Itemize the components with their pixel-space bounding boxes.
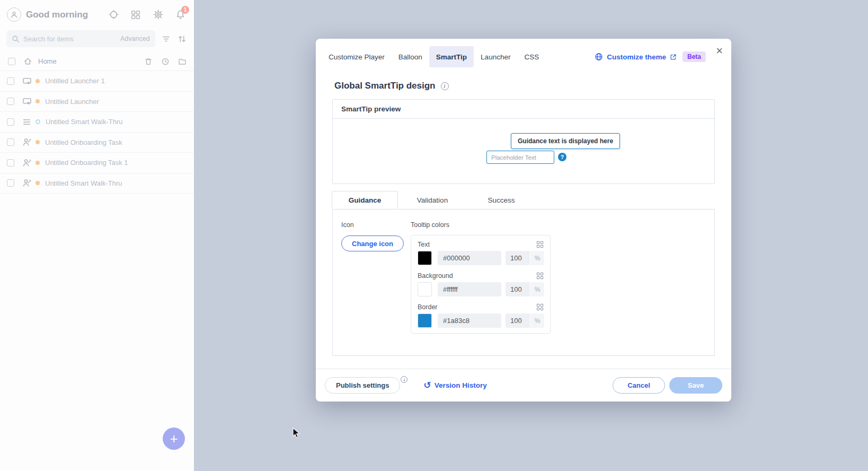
- search-icon: [12, 35, 20, 43]
- sort-icon[interactable]: [177, 33, 187, 44]
- status-dot: [36, 181, 40, 185]
- list-item[interactable]: Untitled Onboarding Task: [0, 133, 194, 153]
- walkthru-icon: [22, 178, 32, 188]
- color-row-background: %: [418, 282, 544, 296]
- tab-customize-player[interactable]: Customize Player: [322, 46, 392, 67]
- status-dot: [36, 119, 40, 124]
- publish-info-icon[interactable]: i: [401, 376, 408, 383]
- tab-smarttip[interactable]: SmartTip: [429, 46, 474, 67]
- list-item[interactable]: Untitled Onboarding Task 1: [0, 153, 194, 173]
- item-label: Untitled Smart Walk-Thru: [45, 179, 122, 187]
- page-title: Global SmartTip design: [334, 81, 436, 91]
- save-button[interactable]: Save: [669, 377, 722, 394]
- help-icon[interactable]: ?: [558, 153, 566, 161]
- hex-input[interactable]: [438, 251, 501, 265]
- folder-icon[interactable]: [178, 57, 187, 66]
- change-icon-button[interactable]: Change icon: [341, 235, 404, 251]
- greeting-text: Good morning: [26, 10, 88, 20]
- opacity-input[interactable]: [506, 251, 530, 265]
- color-row-text: %: [418, 251, 544, 265]
- item-checkbox[interactable]: [7, 138, 14, 146]
- color-swatch[interactable]: [418, 282, 432, 296]
- external-link-icon: [670, 54, 677, 60]
- dots-grid-icon[interactable]: [536, 241, 544, 248]
- info-icon[interactable]: i: [441, 82, 449, 90]
- filter-icon[interactable]: [162, 33, 171, 44]
- beta-badge: Beta: [683, 51, 706, 62]
- tab-success[interactable]: Success: [467, 191, 536, 209]
- list-item[interactable]: Untitled Smart Walk-Thru: [0, 173, 194, 194]
- dots-grid-icon[interactable]: [536, 272, 544, 280]
- bell-icon[interactable]: 1: [175, 10, 185, 20]
- opacity-input[interactable]: [506, 313, 530, 328]
- dots-grid-icon[interactable]: [536, 303, 544, 311]
- item-label: Untitled Launcher: [45, 98, 99, 106]
- close-icon[interactable]: ×: [716, 45, 723, 57]
- notification-badge: 1: [181, 6, 189, 14]
- home-checkbox[interactable]: [8, 58, 15, 65]
- onboarding-task-icon: [22, 137, 32, 147]
- list-item[interactable]: Untitled Launcher 1: [0, 71, 194, 92]
- person-icon: [10, 11, 18, 19]
- home-row[interactable]: Home: [0, 53, 194, 71]
- opacity-input[interactable]: [506, 282, 530, 296]
- trash-icon[interactable]: [144, 57, 153, 66]
- item-checkbox[interactable]: [7, 118, 14, 126]
- item-checkbox[interactable]: [7, 179, 14, 187]
- version-history-link[interactable]: ↺ Version History: [423, 381, 486, 390]
- sidebar: Good morning 1 Advanced: [0, 0, 194, 471]
- tab-launcher[interactable]: Launcher: [474, 46, 517, 67]
- item-checkbox[interactable]: [7, 159, 14, 167]
- color-swatch[interactable]: [418, 251, 432, 265]
- tab-validation[interactable]: Validation: [398, 191, 467, 209]
- search-row: Advanced: [0, 26, 194, 53]
- grid-icon[interactable]: [130, 10, 141, 20]
- globe-icon: [595, 53, 603, 61]
- dialog-tab-bar: Customize Player Balloon SmartTip Launch…: [322, 46, 706, 67]
- add-button[interactable]: +: [163, 428, 185, 450]
- search-field[interactable]: Advanced: [6, 30, 155, 47]
- tab-balloon[interactable]: Balloon: [392, 46, 429, 67]
- preview-placeholder-field[interactable]: [486, 151, 554, 164]
- smarttip-preview-panel: SmartTip preview Guidance text is displa…: [332, 99, 715, 184]
- dialog-footer: Publish settings i ↺ Version History Can…: [316, 369, 731, 402]
- history-icon: ↺: [423, 381, 431, 390]
- guidance-panel: Icon Change icon Tooltip colors Text %: [332, 209, 715, 356]
- hex-input[interactable]: [438, 282, 501, 296]
- tab-css[interactable]: CSS: [517, 46, 546, 67]
- list-item[interactable]: Untitled Launcher: [0, 92, 194, 112]
- avatar[interactable]: [7, 7, 21, 22]
- hex-input[interactable]: [438, 313, 501, 328]
- clock-icon[interactable]: [161, 57, 170, 66]
- target-icon[interactable]: [108, 10, 119, 20]
- item-checkbox[interactable]: [7, 77, 14, 85]
- advanced-link[interactable]: Advanced: [120, 35, 150, 42]
- color-row-border: %: [418, 313, 544, 328]
- plus-icon: +: [170, 431, 178, 447]
- home-icon: [23, 57, 33, 66]
- item-checkbox[interactable]: [7, 98, 14, 105]
- settings-dialog: × Customize Player Balloon SmartTip Laun…: [316, 39, 731, 402]
- search-input[interactable]: [23, 35, 117, 43]
- customize-theme-link[interactable]: Customize theme: [595, 53, 677, 61]
- tab-guidance[interactable]: Guidance: [332, 191, 398, 209]
- launcher-icon: [22, 76, 32, 86]
- home-label: Home: [38, 57, 57, 65]
- guidance-tooltip: Guidance text is displayed here: [511, 133, 620, 149]
- cancel-button[interactable]: Cancel: [613, 377, 665, 394]
- status-dot: [36, 161, 40, 165]
- list-item[interactable]: Untitled Smart Walk-Thru: [0, 112, 194, 133]
- onboarding-task-icon: [22, 158, 32, 168]
- preview-body: Guidance text is displayed here ?: [333, 119, 714, 184]
- status-dot: [36, 79, 40, 83]
- color-row-label: Text: [418, 241, 430, 248]
- item-label: Untitled Launcher 1: [45, 77, 105, 85]
- publish-settings-button[interactable]: Publish settings: [325, 377, 400, 394]
- item-label: Untitled Onboarding Task 1: [45, 159, 128, 167]
- tooltip-colors-label: Tooltip colors: [411, 221, 551, 229]
- color-swatch[interactable]: [418, 313, 432, 328]
- launcher-icon: [22, 97, 32, 106]
- mouse-cursor: [293, 428, 301, 439]
- gear-icon[interactable]: [153, 10, 163, 20]
- icon-section-label: Icon: [341, 221, 404, 229]
